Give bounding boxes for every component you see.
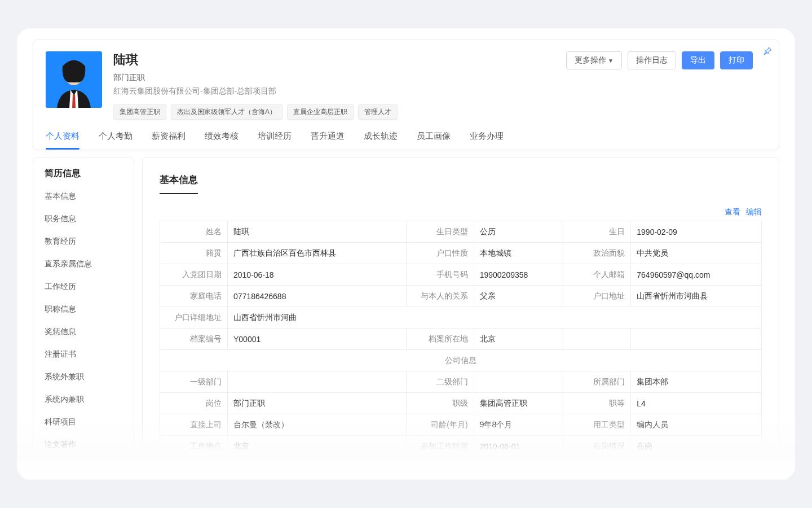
value-mobile: 19900209358 (474, 264, 563, 286)
value-workloc: 北京 (228, 436, 407, 457)
print-button[interactable]: 打印 (720, 51, 753, 69)
tab-salary[interactable]: 薪资福利 (152, 131, 186, 150)
label-fileloc: 档案所在地 (406, 329, 474, 350)
label-email: 个人邮箱 (563, 264, 631, 286)
profile-org: 红海云集团股份有限公司-集团总部-总部项目部 (113, 86, 555, 97)
sidebar-item-ext-job[interactable]: 系统外兼职 (33, 366, 134, 388)
value-emptype: 编内人员 (631, 414, 762, 436)
value-bdtype: 公历 (474, 221, 563, 243)
export-button[interactable]: 导出 (682, 51, 714, 69)
pin-icon[interactable] (762, 46, 773, 57)
value-status: 在岗 (631, 436, 762, 457)
profile-header-card: 陆琪 部门正职 红海云集团股份有限公司-集团总部-总部项目部 集团高管正职 杰出… (33, 40, 779, 150)
value-grade: L4 (631, 393, 762, 414)
edit-link[interactable]: 编辑 (746, 207, 762, 217)
label-native: 籍贯 (160, 243, 228, 264)
label-rank: 职级 (406, 393, 474, 414)
tab-promotion[interactable]: 晋升通道 (311, 131, 345, 150)
tab-personal-info[interactable]: 个人资料 (46, 131, 80, 150)
tag: 管理人才 (358, 104, 398, 120)
caret-down-icon: ▼ (608, 58, 614, 64)
label-grade: 职等 (563, 393, 631, 414)
label-home: 家庭电话 (160, 286, 228, 307)
label-dept2: 二级部门 (406, 371, 474, 393)
value-dept: 集团本部 (631, 371, 762, 393)
value-native: 广西壮族自治区百色市西林县 (228, 243, 407, 264)
value-empty (631, 329, 762, 350)
label-dept1: 一级部门 (160, 371, 228, 393)
sidebar-item-title[interactable]: 职称信息 (33, 298, 134, 321)
sidebar-item-paper[interactable]: 论文著作 (33, 433, 134, 456)
sidebar-item-education[interactable]: 教育经历 (33, 230, 134, 253)
main-panel: 基本信息 查看 编辑 姓名陆琪 生日类型公历 生日1990-02-09 籍贯广西… (142, 157, 779, 467)
app-frame: 陆琪 部门正职 红海云集团股份有限公司-集团总部-总部项目部 集团高管正职 杰出… (17, 28, 795, 480)
sidebar-item-work[interactable]: 工作经历 (33, 275, 134, 298)
sidebar-title: 简历信息 (33, 168, 134, 185)
sidebar: 简历信息 基本信息 职务信息 教育经历 直系亲属信息 工作经历 职称信息 奖惩信… (33, 157, 134, 467)
label-relation: 与本人的关系 (406, 286, 474, 307)
profile-tags: 集团高管正职 杰出及国家级领军人才（含海A） 直属企业高层正职 管理人才 (113, 104, 555, 120)
label-workloc: 工作地点 (160, 436, 228, 457)
sidebar-item-cert[interactable]: 注册证书 (33, 343, 134, 366)
tab-growth[interactable]: 成长轨迹 (364, 131, 398, 150)
value-email: 764960597@qq.com (631, 264, 762, 286)
tab-portrait[interactable]: 员工画像 (417, 131, 451, 150)
value-fileloc: 北京 (474, 329, 563, 350)
value-home: 077186426688 (228, 286, 407, 307)
value-post: 部门正职 (228, 393, 407, 414)
value-joindate: 2010-06-01 (474, 436, 563, 457)
tag: 杰出及国家级领军人才（含海A） (171, 104, 283, 120)
value-dept2 (474, 371, 563, 393)
main-tabs: 个人资料 个人考勤 薪资福利 绩效考核 培训经历 晋升通道 成长轨迹 员工画像 … (46, 131, 766, 150)
value-file: Y00001 (228, 329, 407, 350)
value-hukou: 本地城镇 (474, 243, 563, 264)
value-relation: 父亲 (474, 286, 563, 307)
sidebar-item-family[interactable]: 直系亲属信息 (33, 253, 134, 275)
label-bdtype: 生日类型 (406, 221, 474, 243)
more-actions-button[interactable]: 更多操作▼ (566, 51, 622, 69)
label-hukoudetail: 户口详细地址 (160, 307, 228, 329)
value-party: 2010-06-18 (228, 264, 407, 286)
profile-name: 陆琪 (113, 51, 555, 68)
tab-attendance[interactable]: 个人考勤 (99, 131, 133, 150)
tag: 集团高管正职 (113, 104, 166, 120)
value-political: 中共党员 (631, 243, 762, 264)
profile-subtitle: 部门正职 (113, 73, 555, 83)
value-birthday: 1990-02-09 (631, 221, 762, 243)
label-dept: 所属部门 (563, 371, 631, 393)
sidebar-item-reward[interactable]: 奖惩信息 (33, 321, 134, 343)
value-hukouaddr: 山西省忻州市河曲县 (631, 286, 762, 307)
label-joindate: 参加工作时间 (406, 436, 474, 457)
tab-performance[interactable]: 绩效考核 (205, 131, 239, 150)
sidebar-item-basic[interactable]: 基本信息 (33, 185, 134, 208)
operation-log-button[interactable]: 操作日志 (628, 51, 676, 69)
section-title: 基本信息 (160, 173, 198, 194)
label-post: 岗位 (160, 393, 228, 414)
info-table: 姓名陆琪 生日类型公历 生日1990-02-09 籍贯广西壮族自治区百色市西林县… (160, 221, 762, 457)
label-party: 入党团日期 (160, 264, 228, 286)
sidebar-item-int-job[interactable]: 系统内兼职 (33, 388, 134, 411)
value-dept1 (228, 371, 407, 393)
label-mobile: 手机号码 (406, 264, 474, 286)
label-birthday: 生日 (563, 221, 631, 243)
label-emptype: 用工类型 (563, 414, 631, 436)
view-link[interactable]: 查看 (725, 207, 740, 217)
label-tenure: 司龄(年月) (406, 414, 474, 436)
label-file: 档案编号 (160, 329, 228, 350)
tag: 直属企业高层正职 (287, 104, 354, 120)
sidebar-item-position[interactable]: 职务信息 (33, 208, 134, 230)
value-tenure: 9年8个月 (474, 414, 563, 436)
label-hukou: 户口性质 (406, 243, 474, 264)
label-hukouaddr: 户口地址 (563, 286, 631, 307)
avatar (46, 51, 102, 108)
tab-business[interactable]: 业务办理 (470, 131, 504, 150)
tab-training[interactable]: 培训经历 (258, 131, 292, 150)
company-divider: 公司信息 (160, 350, 762, 371)
label-political: 政治面貌 (563, 243, 631, 264)
label-boss: 直接上司 (160, 414, 228, 436)
value-name: 陆琪 (228, 221, 407, 243)
value-boss: 台尔曼（禁改） (228, 414, 407, 436)
label-name: 姓名 (160, 221, 228, 243)
sidebar-item-research[interactable]: 科研项目 (33, 411, 134, 433)
label-empty (563, 329, 631, 350)
